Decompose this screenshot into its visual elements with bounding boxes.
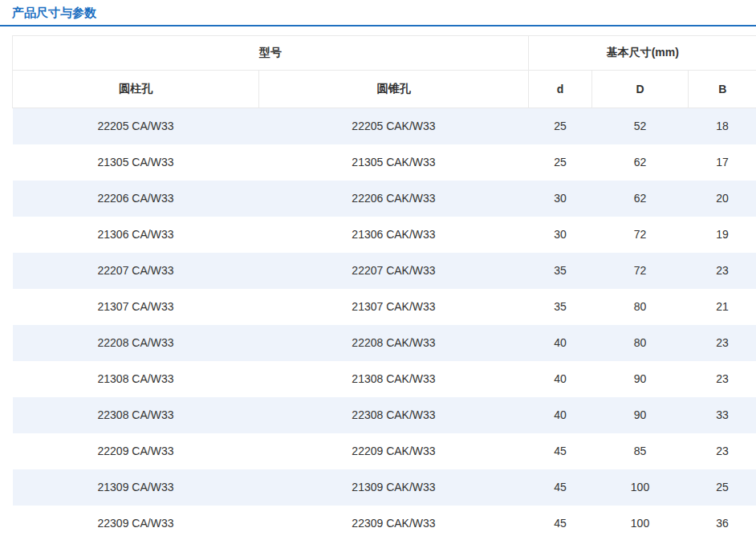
table-cell: 62 (592, 181, 689, 217)
table-cell: 22207 CAK/W33 (259, 253, 529, 289)
table-row: 22308 CA/W3322308 CAK/W33409033 (13, 397, 756, 433)
header-dimensions-group: 基本尺寸(mm) (529, 36, 756, 71)
table-cell: 40 (529, 397, 592, 433)
table-cell: 40 (529, 361, 592, 397)
table-cell: 22209 CA/W33 (13, 433, 259, 469)
table-row: 21305 CA/W3321305 CAK/W33256217 (13, 144, 756, 181)
table-cell: 100 (592, 506, 689, 536)
table-cell: 21306 CA/W33 (13, 217, 259, 253)
table-cell: 23 (689, 361, 756, 397)
table-cell: 52 (592, 108, 689, 144)
table-cell: 22308 CA/W33 (13, 397, 259, 433)
table-row: 21308 CA/W3321308 CAK/W33409023 (13, 361, 756, 397)
table-cell: 100 (592, 469, 689, 506)
table-cell: 22206 CAK/W33 (259, 181, 529, 217)
header-sub-row: 圆柱孔 圆锥孔 d D B (13, 71, 756, 108)
table-cell: 62 (592, 144, 689, 181)
table-cell: 23 (689, 433, 756, 469)
table-cell: 22209 CAK/W33 (259, 433, 529, 469)
table-cell: 80 (592, 289, 689, 325)
header-B: B (689, 71, 756, 108)
table-cell: 35 (529, 289, 592, 325)
table-cell: 22205 CA/W33 (13, 108, 259, 144)
table-cell: 22207 CA/W33 (13, 253, 259, 289)
title-divider (0, 25, 756, 26)
table-cell: 25 (689, 469, 756, 506)
table-row: 22209 CA/W3322209 CAK/W33458523 (13, 433, 756, 469)
header-group-row: 型号 基本尺寸(mm) (13, 36, 756, 71)
product-spec-table: 型号 基本尺寸(mm) 圆柱孔 圆锥孔 d D B 22205 CA/W3322… (12, 35, 756, 536)
header-cylindrical-bore: 圆柱孔 (13, 71, 259, 108)
table-cell: 23 (689, 325, 756, 361)
table-cell: 17 (689, 144, 756, 181)
table-row: 21307 CA/W3321307 CAK/W33358021 (13, 289, 756, 325)
table-cell: 30 (529, 217, 592, 253)
table-cell: 22206 CA/W33 (13, 181, 259, 217)
table-cell: 21 (689, 289, 756, 325)
table-cell: 21309 CA/W33 (13, 469, 259, 506)
table-row: 22207 CA/W3322207 CAK/W33357223 (13, 253, 756, 289)
header-d: d (529, 71, 592, 108)
table-row: 21309 CA/W3321309 CAK/W334510025 (13, 469, 756, 506)
table-cell: 21307 CA/W33 (13, 289, 259, 325)
table-cell: 21307 CAK/W33 (259, 289, 529, 325)
table-cell: 36 (689, 506, 756, 536)
page-title: 产品尺寸与参数 (12, 6, 756, 20)
table-cell: 45 (529, 506, 592, 536)
header-D: D (592, 71, 689, 108)
table-cell: 72 (592, 253, 689, 289)
table-row: 21306 CA/W3321306 CAK/W33307219 (13, 217, 756, 253)
table-body: 22205 CA/W3322205 CAK/W3325521821305 CA/… (13, 108, 756, 536)
table-row: 22206 CA/W3322206 CAK/W33306220 (13, 181, 756, 217)
table-row: 22205 CA/W3322205 CAK/W33255218 (13, 108, 756, 144)
header-model-group: 型号 (13, 36, 529, 71)
table-cell: 35 (529, 253, 592, 289)
table-cell: 22309 CA/W33 (13, 506, 259, 536)
table-row: 22208 CA/W3322208 CAK/W33408023 (13, 325, 756, 361)
table-cell: 72 (592, 217, 689, 253)
table-cell: 22309 CAK/W33 (259, 506, 529, 536)
table-cell: 22208 CAK/W33 (259, 325, 529, 361)
table-cell: 30 (529, 181, 592, 217)
table-cell: 22208 CA/W33 (13, 325, 259, 361)
header-tapered-bore: 圆锥孔 (259, 71, 529, 108)
table-cell: 23 (689, 253, 756, 289)
table-cell: 22205 CAK/W33 (259, 108, 529, 144)
table-cell: 90 (592, 397, 689, 433)
table-row: 22309 CA/W3322309 CAK/W334510036 (13, 506, 756, 536)
table-cell: 20 (689, 181, 756, 217)
table-cell: 21308 CA/W33 (13, 361, 259, 397)
table-header: 型号 基本尺寸(mm) 圆柱孔 圆锥孔 d D B (13, 36, 756, 108)
table-cell: 21305 CA/W33 (13, 144, 259, 181)
table-cell: 40 (529, 325, 592, 361)
table-cell: 22308 CAK/W33 (259, 397, 529, 433)
table-cell: 45 (529, 469, 592, 506)
table-cell: 21308 CAK/W33 (259, 361, 529, 397)
table-cell: 90 (592, 361, 689, 397)
table-cell: 19 (689, 217, 756, 253)
table-cell: 33 (689, 397, 756, 433)
table-cell: 21309 CAK/W33 (259, 469, 529, 506)
table-cell: 21306 CAK/W33 (259, 217, 529, 253)
table-cell: 25 (529, 144, 592, 181)
table-cell: 45 (529, 433, 592, 469)
table-cell: 85 (592, 433, 689, 469)
table-cell: 18 (689, 108, 756, 144)
table-cell: 80 (592, 325, 689, 361)
table-cell: 25 (529, 108, 592, 144)
table-cell: 21305 CAK/W33 (259, 144, 529, 181)
